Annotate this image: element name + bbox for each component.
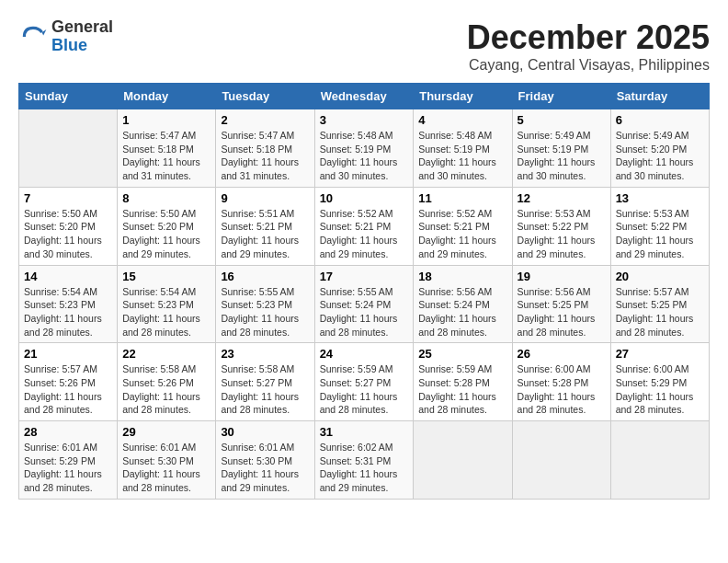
calendar-cell: 31Sunrise: 6:02 AMSunset: 5:31 PMDayligh… (314, 421, 414, 500)
calendar-cell: 27Sunrise: 6:00 AMSunset: 5:29 PMDayligh… (610, 343, 709, 421)
calendar-cell: 2Sunrise: 5:47 AMSunset: 5:18 PMDaylight… (216, 109, 314, 188)
day-number: 21 (24, 347, 112, 361)
calendar-cell: 5Sunrise: 5:49 AMSunset: 5:19 PMDaylight… (512, 109, 610, 188)
day-header-tuesday: Tuesday (216, 84, 314, 109)
calendar-cell: 6Sunrise: 5:49 AMSunset: 5:20 PMDaylight… (610, 109, 709, 188)
day-number: 30 (221, 425, 309, 439)
day-info: Sunrise: 6:00 AMSunset: 5:28 PMDaylight:… (518, 362, 606, 417)
day-number: 11 (418, 191, 506, 205)
day-number: 7 (24, 191, 112, 205)
day-number: 23 (221, 347, 309, 361)
day-number: 25 (418, 347, 506, 361)
day-info: Sunrise: 5:47 AMSunset: 5:18 PMDaylight:… (221, 129, 309, 183)
calendar-cell: 29Sunrise: 6:01 AMSunset: 5:30 PMDayligh… (118, 421, 216, 500)
calendar-week-5: 28Sunrise: 6:01 AMSunset: 5:29 PMDayligh… (19, 421, 710, 500)
day-info: Sunrise: 6:02 AMSunset: 5:31 PMDaylight:… (320, 441, 409, 495)
day-info: Sunrise: 5:48 AMSunset: 5:19 PMDaylight:… (418, 129, 506, 183)
day-info: Sunrise: 5:57 AMSunset: 5:25 PMDaylight:… (616, 285, 704, 339)
day-info: Sunrise: 5:55 AMSunset: 5:23 PMDaylight:… (221, 285, 309, 339)
logo-general-text: General (51, 17, 113, 36)
day-info: Sunrise: 5:56 AMSunset: 5:24 PMDaylight:… (418, 285, 506, 339)
day-number: 29 (122, 425, 210, 439)
calendar-cell: 26Sunrise: 6:00 AMSunset: 5:28 PMDayligh… (512, 343, 610, 421)
calendar-cell: 8Sunrise: 5:50 AMSunset: 5:20 PMDaylight… (118, 187, 216, 265)
day-info: Sunrise: 5:50 AMSunset: 5:20 PMDaylight:… (24, 207, 112, 261)
day-info: Sunrise: 5:47 AMSunset: 5:18 PMDaylight:… (122, 129, 210, 183)
day-number: 27 (616, 347, 704, 361)
day-number: 4 (418, 113, 506, 127)
calendar-cell: 22Sunrise: 5:58 AMSunset: 5:26 PMDayligh… (118, 343, 216, 421)
day-info: Sunrise: 6:01 AMSunset: 5:29 PMDaylight:… (24, 441, 112, 495)
day-number: 9 (221, 191, 309, 205)
calendar-cell: 21Sunrise: 5:57 AMSunset: 5:26 PMDayligh… (19, 343, 118, 421)
day-info: Sunrise: 5:49 AMSunset: 5:20 PMDaylight:… (616, 129, 704, 183)
calendar-week-4: 21Sunrise: 5:57 AMSunset: 5:26 PMDayligh… (19, 343, 710, 421)
month-title: December 2025 (467, 18, 710, 57)
day-number: 20 (616, 270, 704, 283)
calendar-cell: 18Sunrise: 5:56 AMSunset: 5:24 PMDayligh… (414, 265, 512, 343)
day-info: Sunrise: 5:49 AMSunset: 5:19 PMDaylight:… (518, 129, 606, 183)
logo-blue-text: Blue (51, 36, 87, 54)
day-number: 6 (616, 113, 704, 127)
day-info: Sunrise: 6:01 AMSunset: 5:30 PMDaylight:… (221, 441, 309, 495)
day-number: 24 (320, 347, 409, 361)
day-number: 2 (221, 113, 309, 127)
day-number: 17 (320, 270, 409, 283)
day-number: 31 (320, 425, 409, 439)
calendar-cell: 15Sunrise: 5:54 AMSunset: 5:23 PMDayligh… (118, 265, 216, 343)
calendar-header-row: SundayMondayTuesdayWednesdayThursdayFrid… (19, 84, 710, 109)
day-header-thursday: Thursday (414, 84, 512, 109)
day-number: 10 (320, 191, 409, 205)
day-info: Sunrise: 5:50 AMSunset: 5:20 PMDaylight:… (122, 207, 210, 261)
day-info: Sunrise: 5:51 AMSunset: 5:21 PMDaylight:… (221, 207, 309, 261)
calendar-cell (610, 421, 709, 500)
day-info: Sunrise: 5:59 AMSunset: 5:28 PMDaylight:… (418, 362, 506, 417)
day-info: Sunrise: 5:53 AMSunset: 5:22 PMDaylight:… (518, 207, 606, 261)
calendar-cell: 16Sunrise: 5:55 AMSunset: 5:23 PMDayligh… (216, 265, 314, 343)
calendar-cell: 25Sunrise: 5:59 AMSunset: 5:28 PMDayligh… (414, 343, 512, 421)
calendar-cell: 10Sunrise: 5:52 AMSunset: 5:21 PMDayligh… (314, 187, 414, 265)
day-info: Sunrise: 5:48 AMSunset: 5:19 PMDaylight:… (320, 129, 409, 183)
logo: General Blue (18, 18, 113, 55)
day-number: 13 (616, 191, 704, 205)
calendar-cell: 11Sunrise: 5:52 AMSunset: 5:21 PMDayligh… (414, 187, 512, 265)
day-info: Sunrise: 6:01 AMSunset: 5:30 PMDaylight:… (122, 441, 210, 495)
day-number: 19 (518, 270, 606, 283)
day-info: Sunrise: 5:55 AMSunset: 5:24 PMDaylight:… (320, 285, 409, 339)
calendar-cell: 19Sunrise: 5:56 AMSunset: 5:25 PMDayligh… (512, 265, 610, 343)
day-info: Sunrise: 5:59 AMSunset: 5:27 PMDaylight:… (320, 362, 409, 417)
day-info: Sunrise: 6:00 AMSunset: 5:29 PMDaylight:… (616, 362, 704, 417)
day-header-wednesday: Wednesday (314, 84, 414, 109)
day-info: Sunrise: 5:58 AMSunset: 5:26 PMDaylight:… (122, 362, 210, 417)
calendar-cell: 4Sunrise: 5:48 AMSunset: 5:19 PMDaylight… (414, 109, 512, 188)
day-number: 26 (518, 347, 606, 361)
day-number: 16 (221, 270, 309, 283)
day-info: Sunrise: 5:52 AMSunset: 5:21 PMDaylight:… (418, 207, 506, 261)
day-number: 8 (122, 191, 210, 205)
day-number: 12 (518, 191, 606, 205)
day-header-saturday: Saturday (610, 84, 709, 109)
calendar-cell: 7Sunrise: 5:50 AMSunset: 5:20 PMDaylight… (19, 187, 118, 265)
day-info: Sunrise: 5:58 AMSunset: 5:27 PMDaylight:… (221, 362, 309, 417)
day-number: 22 (122, 347, 210, 361)
calendar-cell: 14Sunrise: 5:54 AMSunset: 5:23 PMDayligh… (19, 265, 118, 343)
day-number: 5 (518, 113, 606, 127)
calendar-cell (512, 421, 610, 500)
day-number: 14 (24, 270, 112, 283)
day-number: 1 (122, 113, 210, 127)
calendar-cell (19, 109, 118, 188)
day-info: Sunrise: 5:56 AMSunset: 5:25 PMDaylight:… (518, 285, 606, 339)
calendar-cell: 17Sunrise: 5:55 AMSunset: 5:24 PMDayligh… (314, 265, 414, 343)
day-info: Sunrise: 5:52 AMSunset: 5:21 PMDaylight:… (320, 207, 409, 261)
calendar-table: SundayMondayTuesdayWednesdayThursdayFrid… (18, 83, 710, 500)
calendar-cell: 3Sunrise: 5:48 AMSunset: 5:19 PMDaylight… (314, 109, 414, 188)
page-header: General Blue December 2025 Cayang, Centr… (18, 18, 710, 74)
calendar-cell: 9Sunrise: 5:51 AMSunset: 5:21 PMDaylight… (216, 187, 314, 265)
calendar-week-1: 1Sunrise: 5:47 AMSunset: 5:18 PMDaylight… (19, 109, 710, 188)
location-title: Cayang, Central Visayas, Philippines (467, 57, 710, 74)
calendar-cell: 28Sunrise: 6:01 AMSunset: 5:29 PMDayligh… (19, 421, 118, 500)
day-info: Sunrise: 5:53 AMSunset: 5:22 PMDaylight:… (616, 207, 704, 261)
calendar-week-3: 14Sunrise: 5:54 AMSunset: 5:23 PMDayligh… (19, 265, 710, 343)
logo-text: General Blue (51, 18, 113, 55)
calendar-cell: 13Sunrise: 5:53 AMSunset: 5:22 PMDayligh… (610, 187, 709, 265)
